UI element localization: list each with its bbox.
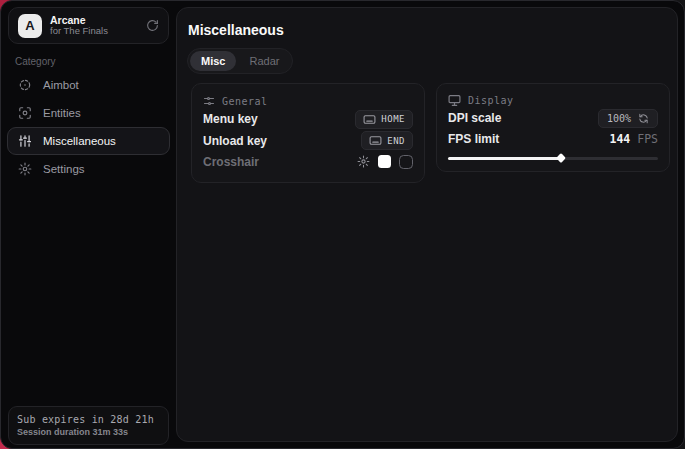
unload-key-label: Unload key (203, 134, 267, 148)
category-label: Category (15, 56, 56, 67)
crosshair-settings-gear-icon[interactable] (357, 155, 370, 168)
sidebar-item-miscellaneous[interactable]: Miscellaneous (7, 127, 170, 155)
app-stage: A Arcane for The Finals Category Aimbot (0, 0, 685, 449)
sidebar-nav: Aimbot Entities (7, 71, 170, 183)
subscription-card: Sub expires in 28d 21h Session duration … (8, 406, 169, 445)
fps-limit-slider[interactable] (448, 153, 658, 161)
fps-limit-value: 144 FPS (610, 132, 659, 146)
keyboard-icon (363, 114, 376, 125)
brand-logo: A (18, 14, 42, 38)
tab-misc[interactable]: Misc (190, 51, 236, 71)
menu-key-row: Menu key HOME (203, 109, 413, 129)
sidebar-item-label: Entities (43, 107, 81, 119)
main-panel: Miscellaneous Misc Radar General Menu ke… (176, 7, 678, 442)
sidebar-item-label: Aimbot (43, 79, 79, 91)
crosshair-icon (18, 78, 32, 92)
display-card-title: Display (468, 95, 514, 106)
dpi-scale-row: DPI scale 100% (448, 109, 658, 128)
gear-icon (18, 162, 32, 176)
cycle-icon (638, 113, 649, 124)
general-card-title: General (222, 96, 268, 107)
sidebar-item-settings[interactable]: Settings (7, 155, 170, 183)
keyboard-icon (369, 135, 382, 146)
refresh-icon[interactable] (146, 19, 159, 32)
fps-limit-row: FPS limit 144 FPS (448, 129, 658, 148)
fps-limit-label: FPS limit (448, 132, 499, 146)
tab-bar: Misc Radar (187, 48, 293, 74)
brand-subtitle: for The Finals (50, 26, 138, 37)
sub-expiry-text: Sub expires in 28d 21h (17, 414, 160, 425)
monitor-icon (448, 94, 461, 107)
dpi-scale-select[interactable]: 100% (598, 109, 658, 128)
slider-fill (448, 157, 561, 160)
crosshair-enable-checkbox[interactable] (399, 155, 413, 169)
crosshair-label: Crosshair (203, 155, 259, 169)
display-card: Display DPI scale 100% (436, 83, 670, 172)
dpi-scale-label: DPI scale (448, 111, 501, 125)
menu-key-label: Menu key (203, 112, 258, 126)
sliders-icon (18, 134, 32, 148)
sliders-horizontal-icon (203, 95, 215, 107)
general-card: General Menu key HOME Unload key (191, 83, 425, 183)
sidebar-item-entities[interactable]: Entities (7, 99, 170, 127)
app-window: A Arcane for The Finals Category Aimbot (0, 0, 685, 449)
brand-card: A Arcane for The Finals (8, 7, 169, 44)
sidebar-item-label: Settings (43, 163, 85, 175)
menu-key-bind-button[interactable]: HOME (355, 110, 413, 129)
page-title: Miscellaneous (188, 22, 284, 38)
crosshair-row: Crosshair (203, 152, 413, 172)
session-duration-text: Session duration 31m 33s (17, 427, 160, 437)
crosshair-color-swatch[interactable] (378, 155, 391, 168)
tab-radar[interactable]: Radar (238, 51, 290, 71)
unload-key-row: Unload key END (203, 130, 413, 150)
slider-thumb[interactable] (556, 153, 566, 163)
unload-key-bind-button[interactable]: END (361, 131, 413, 150)
entity-scan-icon (18, 106, 32, 120)
sidebar-item-aimbot[interactable]: Aimbot (7, 71, 170, 99)
sidebar-item-label: Miscellaneous (43, 135, 116, 147)
